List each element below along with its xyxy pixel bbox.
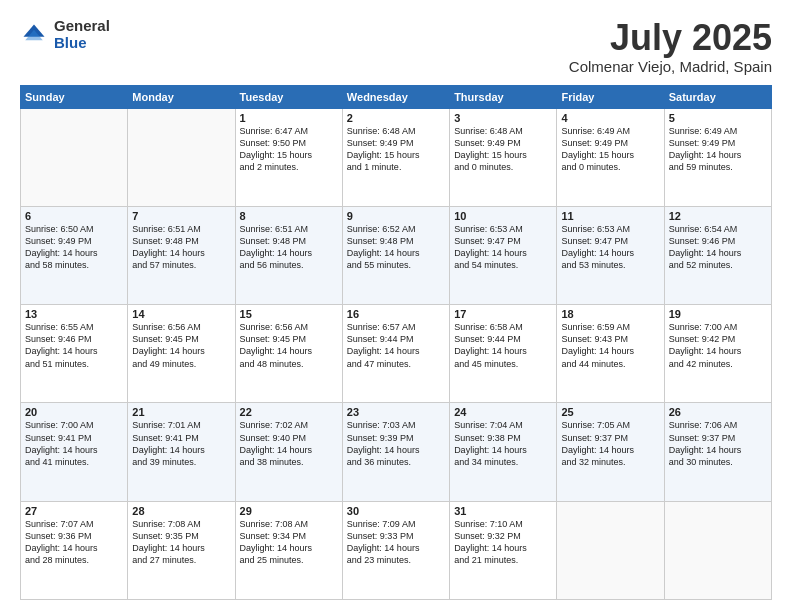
cell-info: Sunrise: 6:56 AM Sunset: 9:45 PM Dayligh… [240,321,338,370]
day-number: 22 [240,406,338,418]
day-number: 11 [561,210,659,222]
table-row [664,501,771,599]
cell-info: Sunrise: 6:56 AM Sunset: 9:45 PM Dayligh… [132,321,230,370]
table-row: 29Sunrise: 7:08 AM Sunset: 9:34 PM Dayli… [235,501,342,599]
day-number: 2 [347,112,445,124]
col-thursday: Thursday [450,85,557,108]
cell-info: Sunrise: 6:51 AM Sunset: 9:48 PM Dayligh… [240,223,338,272]
day-number: 17 [454,308,552,320]
page: General Blue July 2025 Colmenar Viejo, M… [0,0,792,612]
day-number: 25 [561,406,659,418]
table-row: 27Sunrise: 7:07 AM Sunset: 9:36 PM Dayli… [21,501,128,599]
cell-info: Sunrise: 7:01 AM Sunset: 9:41 PM Dayligh… [132,419,230,468]
table-row: 4Sunrise: 6:49 AM Sunset: 9:49 PM Daylig… [557,108,664,206]
table-row: 20Sunrise: 7:00 AM Sunset: 9:41 PM Dayli… [21,403,128,501]
day-number: 14 [132,308,230,320]
table-row: 23Sunrise: 7:03 AM Sunset: 9:39 PM Dayli… [342,403,449,501]
cell-info: Sunrise: 7:04 AM Sunset: 9:38 PM Dayligh… [454,419,552,468]
cell-info: Sunrise: 6:52 AM Sunset: 9:48 PM Dayligh… [347,223,445,272]
day-number: 5 [669,112,767,124]
calendar-table: Sunday Monday Tuesday Wednesday Thursday… [20,85,772,600]
cell-info: Sunrise: 6:49 AM Sunset: 9:49 PM Dayligh… [669,125,767,174]
day-number: 13 [25,308,123,320]
table-row: 2Sunrise: 6:48 AM Sunset: 9:49 PM Daylig… [342,108,449,206]
table-row: 9Sunrise: 6:52 AM Sunset: 9:48 PM Daylig… [342,206,449,304]
calendar-week-row: 1Sunrise: 6:47 AM Sunset: 9:50 PM Daylig… [21,108,772,206]
cell-info: Sunrise: 6:48 AM Sunset: 9:49 PM Dayligh… [347,125,445,174]
table-row: 25Sunrise: 7:05 AM Sunset: 9:37 PM Dayli… [557,403,664,501]
table-row: 17Sunrise: 6:58 AM Sunset: 9:44 PM Dayli… [450,305,557,403]
day-number: 10 [454,210,552,222]
table-row: 5Sunrise: 6:49 AM Sunset: 9:49 PM Daylig… [664,108,771,206]
cell-info: Sunrise: 7:08 AM Sunset: 9:35 PM Dayligh… [132,518,230,567]
day-number: 20 [25,406,123,418]
day-number: 18 [561,308,659,320]
calendar-week-row: 27Sunrise: 7:07 AM Sunset: 9:36 PM Dayli… [21,501,772,599]
cell-info: Sunrise: 6:58 AM Sunset: 9:44 PM Dayligh… [454,321,552,370]
day-number: 31 [454,505,552,517]
day-number: 29 [240,505,338,517]
table-row [21,108,128,206]
logo-general: General [54,18,110,35]
day-number: 12 [669,210,767,222]
table-row: 30Sunrise: 7:09 AM Sunset: 9:33 PM Dayli… [342,501,449,599]
location-title: Colmenar Viejo, Madrid, Spain [569,58,772,75]
calendar-week-row: 20Sunrise: 7:00 AM Sunset: 9:41 PM Dayli… [21,403,772,501]
table-row: 1Sunrise: 6:47 AM Sunset: 9:50 PM Daylig… [235,108,342,206]
day-number: 9 [347,210,445,222]
table-row: 26Sunrise: 7:06 AM Sunset: 9:37 PM Dayli… [664,403,771,501]
cell-info: Sunrise: 7:10 AM Sunset: 9:32 PM Dayligh… [454,518,552,567]
cell-info: Sunrise: 6:55 AM Sunset: 9:46 PM Dayligh… [25,321,123,370]
cell-info: Sunrise: 6:50 AM Sunset: 9:49 PM Dayligh… [25,223,123,272]
logo-text: General Blue [54,18,110,51]
table-row: 31Sunrise: 7:10 AM Sunset: 9:32 PM Dayli… [450,501,557,599]
table-row: 11Sunrise: 6:53 AM Sunset: 9:47 PM Dayli… [557,206,664,304]
logo: General Blue [20,18,110,51]
table-row: 15Sunrise: 6:56 AM Sunset: 9:45 PM Dayli… [235,305,342,403]
cell-info: Sunrise: 7:07 AM Sunset: 9:36 PM Dayligh… [25,518,123,567]
table-row [557,501,664,599]
cell-info: Sunrise: 6:57 AM Sunset: 9:44 PM Dayligh… [347,321,445,370]
day-number: 4 [561,112,659,124]
table-row: 16Sunrise: 6:57 AM Sunset: 9:44 PM Dayli… [342,305,449,403]
cell-info: Sunrise: 7:02 AM Sunset: 9:40 PM Dayligh… [240,419,338,468]
calendar-header-row: Sunday Monday Tuesday Wednesday Thursday… [21,85,772,108]
col-wednesday: Wednesday [342,85,449,108]
day-number: 21 [132,406,230,418]
day-number: 16 [347,308,445,320]
cell-info: Sunrise: 7:03 AM Sunset: 9:39 PM Dayligh… [347,419,445,468]
title-block: July 2025 Colmenar Viejo, Madrid, Spain [569,18,772,75]
day-number: 6 [25,210,123,222]
table-row [128,108,235,206]
table-row: 3Sunrise: 6:48 AM Sunset: 9:49 PM Daylig… [450,108,557,206]
header: General Blue July 2025 Colmenar Viejo, M… [20,18,772,75]
cell-info: Sunrise: 6:47 AM Sunset: 9:50 PM Dayligh… [240,125,338,174]
table-row: 14Sunrise: 6:56 AM Sunset: 9:45 PM Dayli… [128,305,235,403]
cell-info: Sunrise: 6:53 AM Sunset: 9:47 PM Dayligh… [561,223,659,272]
table-row: 24Sunrise: 7:04 AM Sunset: 9:38 PM Dayli… [450,403,557,501]
col-sunday: Sunday [21,85,128,108]
table-row: 7Sunrise: 6:51 AM Sunset: 9:48 PM Daylig… [128,206,235,304]
day-number: 19 [669,308,767,320]
cell-info: Sunrise: 6:53 AM Sunset: 9:47 PM Dayligh… [454,223,552,272]
logo-icon [20,21,48,49]
month-title: July 2025 [569,18,772,58]
cell-info: Sunrise: 7:09 AM Sunset: 9:33 PM Dayligh… [347,518,445,567]
table-row: 10Sunrise: 6:53 AM Sunset: 9:47 PM Dayli… [450,206,557,304]
col-friday: Friday [557,85,664,108]
day-number: 26 [669,406,767,418]
day-number: 30 [347,505,445,517]
cell-info: Sunrise: 7:08 AM Sunset: 9:34 PM Dayligh… [240,518,338,567]
day-number: 15 [240,308,338,320]
col-tuesday: Tuesday [235,85,342,108]
day-number: 7 [132,210,230,222]
table-row: 6Sunrise: 6:50 AM Sunset: 9:49 PM Daylig… [21,206,128,304]
day-number: 28 [132,505,230,517]
cell-info: Sunrise: 6:54 AM Sunset: 9:46 PM Dayligh… [669,223,767,272]
day-number: 1 [240,112,338,124]
table-row: 13Sunrise: 6:55 AM Sunset: 9:46 PM Dayli… [21,305,128,403]
cell-info: Sunrise: 6:51 AM Sunset: 9:48 PM Dayligh… [132,223,230,272]
col-saturday: Saturday [664,85,771,108]
cell-info: Sunrise: 6:49 AM Sunset: 9:49 PM Dayligh… [561,125,659,174]
table-row: 21Sunrise: 7:01 AM Sunset: 9:41 PM Dayli… [128,403,235,501]
